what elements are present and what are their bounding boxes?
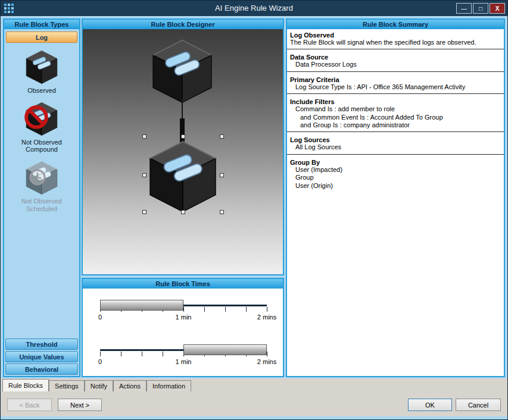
tick-label: 2 mins — [257, 314, 276, 321]
back-button[interactable]: < Back — [7, 399, 52, 411]
section-title: Data Source — [290, 54, 501, 61]
ok-button[interactable]: OK — [408, 399, 452, 411]
rule-block-types-header: Rule Block Types — [4, 20, 79, 29]
tab-actions[interactable]: Actions — [113, 380, 147, 391]
section-divider — [287, 154, 504, 155]
tab-notify[interactable]: Notify — [85, 380, 113, 391]
section-title: Log Sources — [290, 136, 501, 143]
type-item-observed[interactable]: Observed — [4, 49, 79, 95]
section-line: All Log Sources — [290, 143, 501, 151]
tick-label: 0 — [98, 358, 102, 365]
tick-label: 0 — [98, 314, 102, 321]
rule-block-times-body: 0 1 min 2 mins 0 1 min 2 mins — [83, 289, 283, 376]
block-connector-line — [182, 99, 183, 121]
section-line: User (Impacted) — [290, 166, 501, 174]
type-item-label: Not Observed Compound — [21, 139, 62, 153]
ai-engine-rule-wizard-window: AI Engine Rule Wizard — □ X Rule Block T… — [0, 0, 508, 420]
selection-handle[interactable] — [220, 173, 224, 177]
tick-label: 2 mins — [257, 358, 276, 365]
titlebar[interactable]: AI Engine Rule Wizard — □ X — [1, 1, 507, 16]
section-line: and Common Event Is : Account Added To G… — [290, 114, 501, 121]
prohibition-icon — [22, 103, 51, 131]
time-slider-observed: 0 1 min 2 mins — [100, 294, 267, 324]
rule-block-summary-panel: Rule Block Summary Log Observed The Rule… — [286, 18, 505, 377]
selection-handle[interactable] — [220, 134, 224, 139]
next-button[interactable]: Next > — [58, 399, 102, 411]
rule-block-summary-header: Rule Block Summary — [287, 20, 504, 29]
rule-block-cube-selected[interactable] — [145, 139, 221, 215]
rule-block-designer-panel: Rule Block Designer — [82, 18, 284, 275]
time-slider-window: 0 1 min 2 mins — [100, 339, 267, 369]
tab-information[interactable]: Information — [147, 380, 191, 391]
summary-section-log-observed: Log Observed The Rule Block will signal … — [290, 32, 501, 49]
window-controls: — □ X — [456, 3, 505, 14]
section-line: Group — [290, 174, 501, 181]
unique-values-category-button[interactable]: Unique Values — [5, 351, 78, 362]
behavioral-category-button[interactable]: Behavioral — [5, 363, 78, 375]
tick-label: 1 min — [176, 358, 192, 365]
type-category-buttons: Threshold Unique Values Behavioral — [4, 337, 79, 376]
type-item-not-observed-compound[interactable]: Not Observed Compound — [4, 101, 79, 153]
cancel-button[interactable]: Cancel — [456, 399, 501, 411]
type-item-label: Not Observed Scheduled — [21, 198, 62, 212]
rule-block-types-panel: Rule Block Types Log Observed Not Observ… — [3, 18, 80, 377]
observed-cube-icon — [24, 49, 60, 85]
section-line: Command Is : add member to role — [290, 105, 501, 113]
section-line: The Rule Block will signal when the spec… — [290, 39, 501, 46]
type-item-label: Observed — [27, 87, 56, 95]
selection-handle[interactable] — [181, 134, 185, 139]
section-divider — [287, 131, 504, 132]
not-observed-compound-icon — [24, 101, 60, 137]
section-line: User (Origin) — [290, 182, 501, 190]
selection-handle[interactable] — [220, 210, 224, 214]
designer-canvas[interactable] — [83, 29, 283, 274]
section-divider — [287, 71, 504, 72]
clock-icon — [28, 168, 47, 187]
summary-section-group-by: Group By User (Impacted) Group User (Ori… — [290, 159, 501, 190]
section-title: Primary Criteria — [290, 76, 501, 83]
rule-block-summary-body: Log Observed The Rule Block will signal … — [287, 29, 504, 376]
section-divider — [287, 93, 504, 94]
summary-section-log-sources: Log Sources All Log Sources — [290, 136, 501, 154]
rule-block-cube-upper[interactable] — [148, 37, 216, 105]
window-bottom-border — [1, 416, 508, 420]
selection-handle[interactable] — [142, 134, 147, 139]
log-category-button[interactable]: Log — [6, 32, 77, 43]
slider-range-bar[interactable] — [100, 300, 183, 311]
close-button[interactable]: X — [490, 3, 505, 14]
summary-section-data-source: Data Source Data Processor Logs — [290, 54, 501, 71]
tick-label: 1 min — [176, 314, 192, 321]
section-divider — [287, 49, 504, 49]
rule-block-designer-header: Rule Block Designer — [83, 20, 283, 29]
maximize-button[interactable]: □ — [473, 3, 488, 14]
selection-handle[interactable] — [142, 173, 147, 177]
slider-range-bar[interactable] — [183, 344, 267, 355]
section-line: Log Source Type Is : API - Office 365 Ma… — [290, 83, 501, 91]
section-line: and Group Is : company administrator — [290, 121, 501, 129]
type-item-not-observed-scheduled[interactable]: Not Observed Scheduled — [4, 160, 79, 212]
selection-handle[interactable] — [181, 210, 185, 214]
section-title: Log Observed — [290, 32, 501, 39]
summary-section-include-filters: Include Filters Command Is : add member … — [290, 98, 501, 132]
section-line: Data Processor Logs — [290, 61, 501, 68]
section-title: Group By — [290, 159, 501, 166]
not-observed-scheduled-icon — [24, 160, 60, 196]
rule-block-times-panel: Rule Block Times 0 1 min 2 mins 0 1 min … — [82, 278, 284, 377]
minimize-button[interactable]: — — [456, 3, 472, 14]
window-title: AI Engine Rule Wizard — [1, 4, 507, 12]
selection-handle[interactable] — [142, 210, 147, 214]
section-title: Include Filters — [290, 98, 501, 105]
summary-section-primary-criteria: Primary Criteria Log Source Type Is : AP… — [290, 76, 501, 94]
wizard-tabs: Rule Blocks Settings Notify Actions Info… — [2, 379, 191, 391]
rule-block-times-header: Rule Block Times — [83, 279, 283, 289]
threshold-category-button[interactable]: Threshold — [5, 338, 78, 350]
tab-settings[interactable]: Settings — [49, 380, 85, 391]
tab-rule-blocks[interactable]: Rule Blocks — [2, 379, 49, 391]
